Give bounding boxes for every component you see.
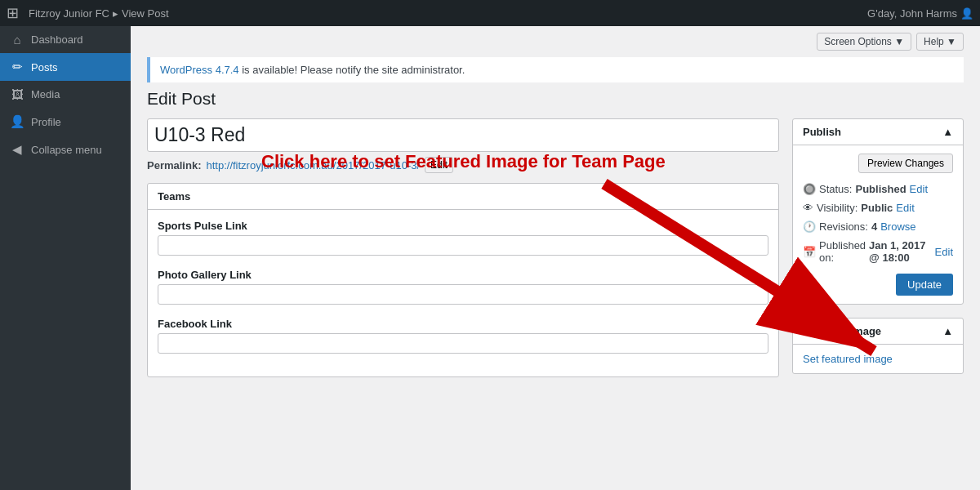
sidebar-label-posts: Posts: [31, 61, 58, 74]
published-on-edit-link[interactable]: Edit: [935, 246, 953, 258]
revisions-browse-link[interactable]: Browse: [880, 220, 915, 233]
visibility-edit-link[interactable]: Edit: [896, 202, 914, 214]
sidebar: ⌂ Dashboard ✏ Posts 🖼 Media 👤 Profile ◀ …: [0, 26, 131, 490]
publish-panel-body: Preview Changes 🔘 Status: Published Edit: [793, 145, 963, 304]
status-value: Published: [855, 183, 906, 195]
notice-message: is available! Please notify the site adm…: [239, 64, 466, 76]
revisions-value: 4: [871, 220, 877, 233]
published-on-value: Jan 1, 2017 @ 18:00: [869, 239, 931, 264]
notice-link[interactable]: WordPress 4.7.4: [160, 64, 239, 76]
admin-bar-right: G'day, John Harms 👤: [867, 7, 973, 20]
sidebar-item-posts[interactable]: ✏ Posts: [0, 53, 131, 81]
sidebar-label-collapse: Collapse menu: [31, 144, 102, 156]
publish-panel-title: Publish: [803, 126, 841, 138]
status-row: 🔘 Status: Published Edit: [803, 180, 953, 198]
permalink-label: Permalink:: [147, 159, 201, 172]
sports-pulse-input[interactable]: [158, 235, 768, 256]
dashboard-icon: ⌂: [10, 33, 24, 47]
permalink-edit-button[interactable]: Edit: [425, 157, 453, 173]
publish-panel-header[interactable]: Publish ▲: [793, 119, 963, 145]
help-button[interactable]: Help ▼: [916, 33, 964, 51]
update-button[interactable]: Update: [896, 274, 953, 296]
sports-pulse-field: Sports Pulse Link: [158, 220, 768, 256]
photo-gallery-label: Photo Gallery Link: [158, 269, 768, 281]
photo-gallery-field: Photo Gallery Link: [158, 269, 768, 305]
featured-image-panel-body: Set featured image: [793, 345, 963, 373]
edit-post-wrap: Edit Post Click here to set Featured Ima…: [131, 89, 980, 390]
featured-image-title: Featured Image: [803, 325, 881, 337]
admin-bar-separator: ▸: [113, 7, 118, 20]
featured-image-collapse-icon: ▲: [942, 325, 953, 337]
teams-meta-box: Teams Sports Pulse Link Photo Gallery Li…: [147, 183, 779, 377]
sidebar-label-dashboard: Dashboard: [31, 33, 83, 46]
visibility-value: Public: [861, 202, 893, 214]
sidebar-item-profile[interactable]: 👤 Profile: [0, 108, 131, 136]
featured-image-panel: Featured Image ▲ Set featured image: [792, 318, 964, 374]
admin-bar: ⊞ Fitzroy Junior FC ▸ View Post G'day, J…: [0, 0, 980, 26]
editor-columns: Permalink: http://fitzroyjuniorfc.com.au…: [147, 118, 964, 390]
editor-sidebar: Publish ▲ Preview Changes 🔘 Status:: [792, 118, 964, 387]
revisions-row: 🕐 Revisions: 4 Browse: [803, 217, 953, 236]
site-name-link[interactable]: Fitzroy Junior FC: [29, 7, 109, 20]
editor-area-wrap: Click here to set Featured Image for Tea…: [147, 118, 964, 390]
help-arrow-icon: ▼: [947, 36, 956, 47]
help-label: Help: [924, 36, 944, 47]
profile-icon: 👤: [10, 114, 24, 129]
view-post-link[interactable]: View Post: [122, 7, 169, 20]
facebook-field: Facebook Link: [158, 318, 768, 354]
update-notice: WordPress 4.7.4 is available! Please not…: [147, 57, 964, 82]
status-label: Status:: [819, 183, 852, 195]
calendar-icon: 📅: [803, 246, 816, 258]
publish-panel-collapse-icon: ▲: [942, 126, 953, 138]
teams-meta-box-header[interactable]: Teams: [148, 184, 778, 210]
sidebar-item-media[interactable]: 🖼 Media: [0, 81, 131, 108]
teams-meta-box-body: Sports Pulse Link Photo Gallery Link Fac…: [148, 210, 778, 376]
wp-logo-icon: ⊞: [7, 4, 19, 22]
published-on-label: Published on:: [819, 239, 866, 264]
publish-panel: Publish ▲ Preview Changes 🔘 Status:: [792, 118, 964, 305]
editor-main: Permalink: http://fitzroyjuniorfc.com.au…: [147, 118, 779, 390]
page-header: Screen Options ▼ Help ▼: [131, 26, 980, 51]
preview-changes-button[interactable]: Preview Changes: [858, 154, 953, 173]
photo-gallery-input[interactable]: [158, 284, 768, 305]
user-avatar-icon: 👤: [960, 7, 973, 20]
admin-bar-site: Fitzroy Junior FC ▸ View Post: [29, 7, 169, 20]
visibility-label: Visibility:: [817, 202, 858, 214]
sidebar-label-profile: Profile: [31, 116, 61, 128]
facebook-input[interactable]: [158, 333, 768, 354]
screen-options-button[interactable]: Screen Options ▼: [817, 33, 911, 51]
page-title: Edit Post: [147, 89, 964, 109]
sidebar-item-dashboard[interactable]: ⌂ Dashboard: [0, 26, 131, 53]
visibility-row: 👁 Visibility: Public Edit: [803, 198, 953, 217]
post-title-input[interactable]: [147, 118, 779, 152]
layout: ⌂ Dashboard ✏ Posts 🖼 Media 👤 Profile ◀ …: [0, 26, 980, 490]
collapse-icon: ◀: [10, 142, 24, 157]
featured-image-panel-header[interactable]: Featured Image ▲: [793, 318, 963, 345]
sidebar-label-media: Media: [31, 88, 60, 100]
admin-bar-left: ⊞ Fitzroy Junior FC ▸ View Post: [7, 4, 867, 22]
posts-icon: ✏: [10, 60, 24, 74]
main-content: Screen Options ▼ Help ▼ WordPress 4.7.4 …: [131, 26, 980, 490]
set-featured-image-link[interactable]: Set featured image: [803, 353, 893, 365]
sports-pulse-label: Sports Pulse Link: [158, 220, 768, 232]
screen-options-arrow-icon: ▼: [894, 36, 904, 47]
permalink-url[interactable]: http://fitzroyjuniorfc.com.au/2017/2017-…: [206, 159, 420, 172]
media-icon: 🖼: [10, 87, 24, 101]
visibility-icon: 👁: [803, 202, 813, 214]
sidebar-item-collapse[interactable]: ◀ Collapse menu: [0, 136, 131, 163]
facebook-label: Facebook Link: [158, 318, 768, 330]
revisions-label: Revisions:: [819, 220, 868, 233]
permalink-row: Permalink: http://fitzroyjuniorfc.com.au…: [147, 157, 779, 173]
published-on-row: 📅 Published on: Jan 1, 2017 @ 18:00 Edit: [803, 236, 953, 267]
status-icon: 🔘: [803, 183, 816, 195]
revisions-icon: 🕐: [803, 220, 816, 233]
user-greeting: G'day, John Harms: [867, 7, 957, 20]
teams-meta-box-title: Teams: [158, 190, 190, 203]
status-edit-link[interactable]: Edit: [910, 183, 928, 195]
screen-options-label: Screen Options: [824, 36, 892, 47]
